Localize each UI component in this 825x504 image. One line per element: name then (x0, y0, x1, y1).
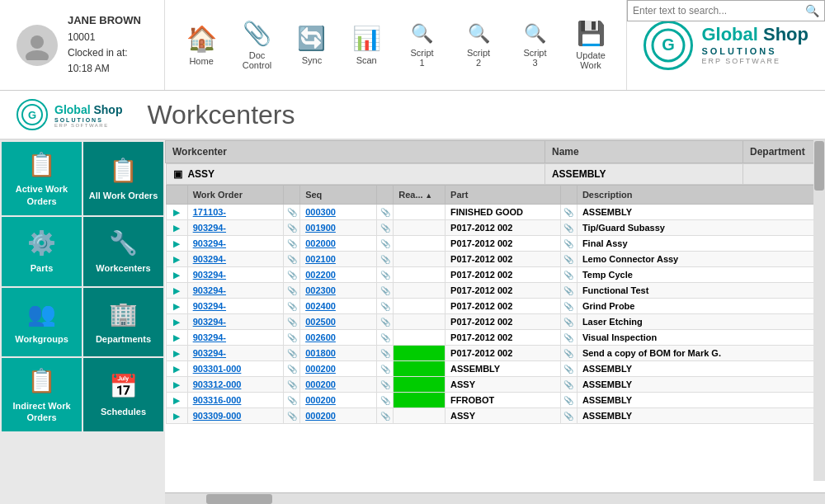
play-cell[interactable]: ▶ (167, 361, 188, 377)
horizontal-scrollbar-thumb[interactable] (206, 494, 272, 504)
work-order-link[interactable]: 903294- (193, 223, 226, 233)
seq-cell[interactable]: 002400 (300, 299, 377, 314)
seq-link[interactable]: 002200 (305, 270, 336, 280)
play-cell[interactable]: ▶ (167, 220, 188, 236)
play-cell[interactable]: ▶ (167, 346, 188, 361)
seq-link[interactable]: 000200 (305, 364, 336, 374)
work-order-cell[interactable]: 171103- (187, 205, 284, 220)
play-cell[interactable]: ▶ (167, 377, 188, 393)
play-cell[interactable]: ▶ (167, 267, 188, 283)
work-order-cell[interactable]: 903294- (187, 330, 284, 346)
seq-link[interactable]: 000200 (305, 395, 336, 405)
sub-col-part[interactable]: Part (446, 186, 561, 205)
nav-home[interactable]: 🏠 Home (173, 8, 229, 82)
search-input[interactable] (633, 5, 805, 16)
play-cell[interactable]: ▶ (167, 236, 188, 252)
seq-cell[interactable]: 002200 (300, 267, 377, 283)
sub-col-seq[interactable]: Seq (300, 186, 377, 205)
vertical-scrollbar[interactable] (813, 140, 825, 481)
work-order-cell[interactable]: 903294- (187, 267, 284, 283)
work-order-link[interactable]: 903312-000 (193, 379, 242, 389)
sidebar-item-active-work-orders[interactable]: 📋 Active Work Orders (2, 142, 82, 215)
seq-cell[interactable]: 000200 (300, 361, 377, 377)
play-button[interactable]: ▶ (173, 349, 180, 358)
sidebar-item-all-work-orders[interactable]: 📋 All Work Orders (83, 142, 163, 215)
seq-cell[interactable]: 002100 (300, 252, 377, 267)
play-button[interactable]: ▶ (173, 396, 180, 405)
seq-link[interactable]: 002300 (305, 285, 336, 295)
seq-link[interactable]: 002400 (305, 301, 336, 311)
work-order-link[interactable]: 903294- (193, 301, 226, 311)
play-cell[interactable]: ▶ (167, 330, 188, 346)
horizontal-scrollbar[interactable] (165, 492, 825, 504)
play-button[interactable]: ▶ (173, 255, 180, 264)
work-order-cell[interactable]: 903309-000 (187, 408, 284, 424)
nav-script2[interactable]: 🔍 Script 2 (450, 8, 507, 82)
play-button[interactable]: ▶ (173, 239, 180, 248)
seq-cell[interactable]: 000200 (300, 393, 377, 408)
work-order-cell[interactable]: 903294- (187, 346, 284, 361)
work-order-link[interactable]: 903301-000 (193, 364, 242, 374)
play-cell[interactable]: ▶ (167, 393, 188, 408)
work-order-link[interactable]: 903294- (193, 254, 226, 264)
scrollbar-thumb[interactable] (814, 141, 824, 191)
seq-link[interactable]: 000200 (305, 411, 336, 421)
work-order-link[interactable]: 903294- (193, 270, 226, 280)
nav-sync[interactable]: 🔄 Sync (285, 8, 339, 82)
play-cell[interactable]: ▶ (167, 283, 188, 299)
seq-cell[interactable]: 001900 (300, 220, 377, 236)
sub-col-description[interactable]: Description (577, 186, 825, 205)
work-order-link[interactable]: 903294- (193, 285, 226, 295)
seq-cell[interactable]: 000200 (300, 377, 377, 393)
work-order-link[interactable]: 903294- (193, 317, 226, 327)
play-button[interactable]: ▶ (173, 208, 180, 217)
play-button[interactable]: ▶ (173, 224, 180, 233)
sidebar-item-parts[interactable]: ⚙️ Parts (2, 217, 82, 286)
play-button[interactable]: ▶ (173, 286, 180, 295)
nav-scan[interactable]: 📊 Scan (339, 8, 394, 82)
sub-col-rea[interactable]: Rea... (394, 186, 446, 205)
seq-link[interactable]: 001800 (305, 348, 336, 358)
sidebar-item-indirect-wo[interactable]: 📋 Indirect Work Orders (2, 358, 82, 431)
seq-link[interactable]: 002100 (305, 254, 336, 264)
seq-link[interactable]: 002000 (305, 238, 336, 248)
seq-link[interactable]: 002500 (305, 317, 336, 327)
play-button[interactable]: ▶ (173, 365, 180, 374)
work-order-cell[interactable]: 903294- (187, 299, 284, 314)
expand-icon[interactable]: ▣ (173, 168, 182, 180)
seq-cell[interactable]: 001800 (300, 346, 377, 361)
seq-link[interactable]: 000200 (305, 379, 336, 389)
sidebar-item-departments[interactable]: 🏢 Departments (83, 288, 163, 357)
seq-cell[interactable]: 002300 (300, 283, 377, 299)
work-order-cell[interactable]: 903294- (187, 220, 284, 236)
play-button[interactable]: ▶ (173, 380, 180, 389)
work-order-cell[interactable]: 903316-000 (187, 393, 284, 408)
play-cell[interactable]: ▶ (167, 205, 188, 220)
work-order-link[interactable]: 903309-000 (193, 411, 242, 421)
nav-doc-control[interactable]: 📎 DocControl (229, 8, 285, 82)
play-cell[interactable]: ▶ (167, 299, 188, 314)
work-order-cell[interactable]: 903312-000 (187, 377, 284, 393)
seq-cell[interactable]: 002600 (300, 330, 377, 346)
play-button[interactable]: ▶ (173, 318, 180, 327)
sidebar-item-workgroups[interactable]: 👥 Workgroups (2, 288, 82, 357)
work-order-link[interactable]: 903294- (193, 238, 226, 248)
nav-update-work[interactable]: 💾 UpdateWork (563, 8, 619, 82)
sidebar-item-schedules[interactable]: 📅 Schedules (83, 358, 163, 431)
nav-script1[interactable]: 🔍 Script 1 (394, 8, 450, 82)
search-bar[interactable]: 🔍 (627, 0, 825, 21)
play-button[interactable]: ▶ (173, 412, 180, 421)
work-order-link[interactable]: 903294- (193, 348, 226, 358)
work-order-cell[interactable]: 903301-000 (187, 361, 284, 377)
work-order-link[interactable]: 171103- (193, 207, 226, 217)
play-cell[interactable]: ▶ (167, 314, 188, 330)
play-button[interactable]: ▶ (173, 271, 180, 280)
seq-cell[interactable]: 002500 (300, 314, 377, 330)
sidebar-item-workcenters[interactable]: 🔧 Workcenters (83, 217, 163, 286)
seq-link[interactable]: 001900 (305, 223, 336, 233)
work-order-cell[interactable]: 903294- (187, 236, 284, 252)
seq-link[interactable]: 000300 (305, 207, 336, 217)
seq-cell[interactable]: 000200 (300, 408, 377, 424)
play-cell[interactable]: ▶ (167, 408, 188, 424)
play-cell[interactable]: ▶ (167, 252, 188, 267)
